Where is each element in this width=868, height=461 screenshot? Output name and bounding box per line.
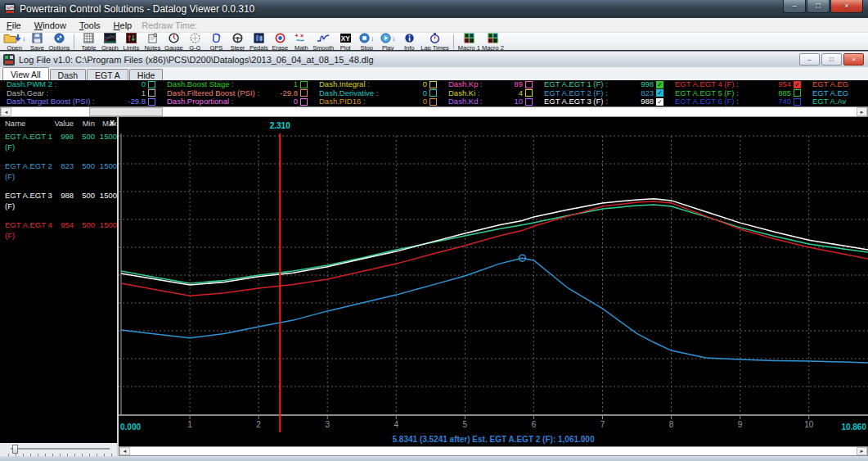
slider-track	[11, 448, 110, 450]
toolbar-macro-2-button[interactable]: Macro 2	[482, 34, 504, 51]
menu-help[interactable]: Help	[107, 20, 139, 31]
scroll-track[interactable]	[11, 107, 857, 116]
legend-unit: (F)	[5, 172, 117, 181]
channel-egt-a-egt-6-f-: EGT A.EGT 6 (F):740	[668, 97, 806, 106]
channel-checkbox[interactable]: ✓	[656, 89, 663, 97]
logfile-close-button[interactable]: ×	[843, 53, 864, 66]
toolbar-save-button[interactable]: Save	[28, 34, 47, 51]
chart-scroll-left-icon[interactable]: ◄	[119, 447, 130, 455]
menu-tools[interactable]: Tools	[73, 20, 107, 31]
toolbar-label: Smooth	[313, 45, 334, 51]
x-tick-label: 6	[532, 420, 537, 429]
slider-thumb[interactable]	[12, 445, 18, 454]
toolbar-label: Macro 2	[482, 45, 504, 51]
toolbar-smooth-button[interactable]: Smooth	[313, 34, 334, 51]
legend-row-egt-a-egt-4[interactable]: EGT A.EGT 49545001500(F)	[0, 218, 117, 247]
channel-value: 4	[482, 89, 525, 97]
channel-checkbox[interactable]: ✓	[656, 81, 663, 88]
channel-checkbox[interactable]: ✓	[794, 81, 801, 88]
tab-view-all[interactable]: View All	[2, 67, 49, 80]
dropdown-arrow-icon[interactable]: ↓	[22, 35, 26, 43]
channel-value: 885	[741, 89, 794, 97]
legend-header: NameValueMinMax	[0, 117, 117, 129]
logfile-minimize-button[interactable]: –	[799, 53, 820, 66]
channel-checkbox[interactable]	[148, 81, 155, 88]
channel-name: EGT A.EGT 5 (F)	[675, 89, 735, 97]
toolbar-pedals-button[interactable]: Pedals	[249, 34, 268, 51]
toolbar-math-button[interactable]: +×Math	[291, 34, 311, 51]
close-button[interactable]: ×	[830, 0, 863, 13]
channel-grid-scrollbar[interactable]: ◄ ►	[0, 106, 868, 117]
channel-checkbox[interactable]	[300, 98, 308, 106]
x-tick-label: 1	[187, 420, 192, 429]
toolbar-plot-button[interactable]: XYPlot	[335, 34, 355, 51]
toolbar-macro-1-button[interactable]: Macro 1	[458, 34, 480, 51]
legend-close-button[interactable]: X	[108, 119, 116, 127]
chart-scrollbar[interactable]: ◄ ►	[119, 446, 868, 456]
logfile-maximize-button[interactable]: □	[821, 53, 842, 66]
x-tick-label: 3	[325, 420, 330, 429]
toolbar-notes-button[interactable]: Notes	[142, 34, 162, 51]
scroll-left-icon[interactable]: ◄	[1, 107, 11, 116]
toolbar-erase-button[interactable]: Erase	[270, 34, 290, 51]
toolbar-play-button[interactable]: ↓Play	[378, 34, 398, 51]
tab-hide[interactable]: Hide	[129, 69, 164, 80]
channel-checkbox[interactable]	[525, 81, 533, 88]
toolbar-steer-button[interactable]: Steer	[227, 34, 247, 51]
channel-checkbox[interactable]: ✓	[656, 98, 663, 106]
menu-window[interactable]: Window	[28, 20, 73, 31]
toolbar-stop-button[interactable]: ↓Stop	[357, 34, 376, 51]
legend-min: 500	[74, 132, 95, 141]
legend-value: 998	[51, 132, 74, 141]
minimize-button[interactable]: –	[783, 0, 806, 13]
channel-column: Dash.Integral:0Dash.Derivative:0Dash.PID…	[313, 80, 442, 106]
toolbar-label: Steer	[230, 45, 245, 51]
menu-file[interactable]: File	[0, 20, 28, 31]
channel-checkbox[interactable]	[430, 98, 437, 106]
legend-row-egt-a-egt-2[interactable]: EGT A.EGT 28235001500(F)	[0, 159, 117, 188]
maximize-button[interactable]: □	[807, 0, 830, 13]
channel-egt-a-eg: EGT A.EG	[806, 80, 868, 89]
toolbar-limits-button[interactable]: Limits	[121, 34, 141, 51]
channel-column: Dash.PWM 2:0Dash.Gear:1Dash.Target Boost…	[0, 80, 160, 106]
chart-canvas[interactable]: 123456789102.310	[119, 117, 868, 446]
toolbar-label: Macro 1	[458, 45, 480, 51]
scroll-right-icon[interactable]: ►	[857, 107, 867, 116]
channel-checkbox[interactable]	[794, 98, 801, 106]
dropdown-arrow-icon[interactable]: ↓	[392, 35, 396, 43]
channel-checkbox[interactable]	[525, 98, 533, 106]
channel-checkbox[interactable]	[430, 89, 437, 97]
channel-value: 954	[741, 80, 794, 88]
channel-checkbox[interactable]	[148, 89, 155, 97]
toolbar-options-button[interactable]: Options	[49, 34, 70, 51]
dropdown-arrow-icon[interactable]: ↓	[371, 35, 375, 43]
channel-checkbox[interactable]	[148, 98, 155, 106]
toolbar-table-button[interactable]: Table	[79, 34, 98, 51]
channel-checkbox[interactable]	[525, 89, 533, 97]
tab-egt-a[interactable]: EGT A	[87, 69, 128, 80]
channel-checkbox[interactable]	[300, 81, 308, 88]
channel-checkbox[interactable]	[300, 89, 308, 97]
chart-scroll-right-icon[interactable]: ►	[857, 447, 867, 455]
toolbar-graph-button[interactable]: Graph	[100, 34, 119, 51]
series-egt-a-egt-2-f-	[121, 258, 868, 363]
toolbar-label: Open	[7, 45, 22, 51]
legend-zoom-slider[interactable]	[0, 443, 117, 456]
channel-checkbox[interactable]	[794, 89, 801, 97]
scroll-thumb[interactable]	[89, 107, 163, 116]
toolbar-gauge-button[interactable]: Gauge	[164, 34, 183, 51]
toolbar-gps-button[interactable]: GPS	[206, 34, 226, 51]
channel-checkbox[interactable]	[430, 81, 437, 88]
channel-name: Dash.Boost Stage	[167, 80, 230, 88]
toolbar-lap-times-button[interactable]: Lap Times	[421, 34, 449, 51]
toolbar-g-g-button[interactable]: G-G	[185, 34, 205, 51]
legend-row-egt-a-egt-3[interactable]: EGT A.EGT 39885001500(F)	[0, 188, 117, 218]
legend-row-egt-a-egt-1[interactable]: EGT A.EGT 19985001500(F)	[0, 129, 117, 159]
toolbar-info-button[interactable]: Info	[399, 34, 419, 51]
egt-chart[interactable]: 123456789102.310 0.000 10.860 5.8341 (3.…	[119, 117, 868, 446]
tab-dash[interactable]: Dash	[50, 69, 87, 80]
channel-egt-a-egt-1-f-: EGT A.EGT 1 (F):998✓	[537, 80, 668, 89]
chart-scroll-track[interactable]	[130, 447, 857, 455]
toolbar-open-button[interactable]: ↓Open	[3, 34, 26, 51]
channel-colon: :	[229, 97, 236, 106]
